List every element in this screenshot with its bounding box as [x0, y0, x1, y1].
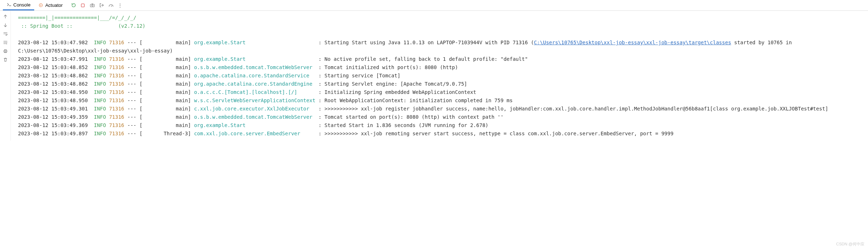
tab-actuator[interactable]: Actuator [35, 0, 66, 10]
svg-point-4 [91, 5, 93, 6]
stop-icon[interactable] [80, 3, 86, 8]
actuator-icon [39, 3, 44, 8]
svg-rect-3 [90, 4, 94, 7]
tab-console[interactable]: Console [3, 0, 34, 10]
tab-console-label: Console [13, 2, 31, 8]
exit-icon[interactable] [99, 3, 104, 8]
console-output[interactable]: =========|_|==============|___/=/_/_/_/ … [11, 11, 868, 141]
gutter [0, 11, 11, 141]
toolbar: ⋮ [71, 3, 123, 8]
gauge-icon[interactable] [108, 3, 114, 8]
svg-rect-2 [81, 4, 85, 7]
terminal-icon [6, 2, 12, 7]
tab-actuator-label: Actuator [45, 3, 63, 8]
svg-rect-6 [4, 50, 6, 51]
soft-wrap-icon[interactable] [3, 31, 8, 37]
print-icon[interactable] [3, 48, 8, 54]
camera-icon[interactable] [89, 3, 95, 8]
trash-icon[interactable] [3, 57, 8, 63]
arrow-up-icon[interactable] [3, 14, 8, 19]
tab-bar: Console Actuator ⋮ [0, 0, 868, 11]
scroll-to-end-icon[interactable] [3, 40, 8, 45]
rerun-icon[interactable] [71, 3, 76, 8]
svg-point-1 [40, 5, 41, 6]
more-icon[interactable]: ⋮ [117, 3, 123, 8]
arrow-down-icon[interactable] [3, 22, 8, 28]
